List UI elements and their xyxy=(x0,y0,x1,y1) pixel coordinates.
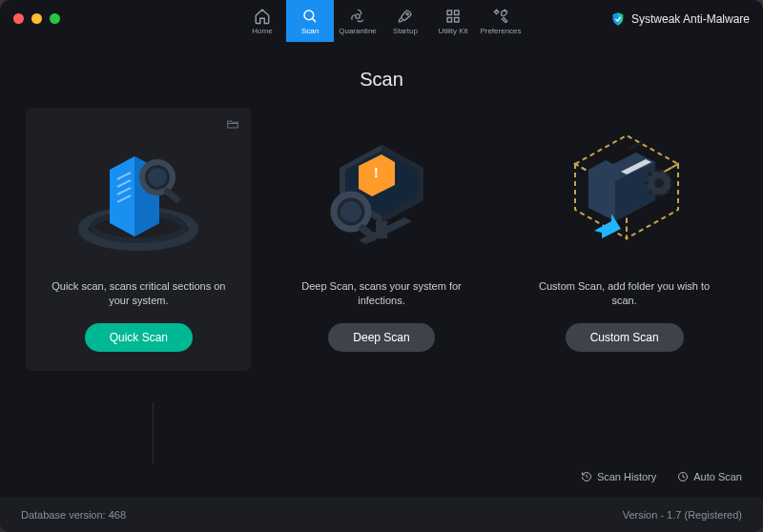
svg-point-2 xyxy=(356,13,361,18)
nav-home[interactable]: Home xyxy=(238,0,286,42)
folder-icon xyxy=(226,117,239,134)
custom-scan-card: DOC xyxy=(512,108,737,371)
page-title: Scan xyxy=(0,69,763,91)
svg-line-29 xyxy=(649,173,651,175)
clock-icon xyxy=(677,471,689,482)
quick-scan-desc: Quick scan, scans critical sections on y… xyxy=(35,279,241,310)
quick-scan-card: Quick scan, scans critical sections on y… xyxy=(26,108,251,371)
grid-icon xyxy=(444,8,462,25)
nav-label: Quarantine xyxy=(339,27,377,35)
nav-utility[interactable]: Utility Kit xyxy=(429,0,477,42)
scan-history-link[interactable]: Scan History xyxy=(581,471,656,482)
custom-scan-art: DOC xyxy=(544,119,706,272)
svg-rect-5 xyxy=(455,10,460,15)
deep-scan-art: ! xyxy=(300,119,463,272)
nav-startup[interactable]: Startup xyxy=(382,0,429,42)
svg-point-24 xyxy=(654,178,664,188)
nav-label: Preferences xyxy=(480,27,521,35)
custom-scan-desc: Custom Scan, add folder you wish to scan… xyxy=(522,279,728,310)
auto-scan-link[interactable]: Auto Scan xyxy=(677,471,742,482)
svg-line-30 xyxy=(667,191,670,194)
brand-name: Systweak Anti-Malware xyxy=(631,12,750,26)
maximize-button[interactable] xyxy=(50,13,60,24)
svg-line-31 xyxy=(667,173,670,175)
deep-scan-button[interactable]: Deep Scan xyxy=(328,323,434,352)
text-cursor xyxy=(153,402,154,463)
svg-line-32 xyxy=(649,191,651,194)
nav-preferences[interactable]: Preferences xyxy=(477,0,525,42)
svg-point-20 xyxy=(340,201,361,222)
home-icon xyxy=(254,8,271,25)
svg-line-1 xyxy=(312,18,316,22)
svg-point-15 xyxy=(148,168,167,187)
rocket-icon xyxy=(397,8,414,25)
scan-cards: Quick scan, scans critical sections on y… xyxy=(0,108,763,371)
search-icon xyxy=(301,8,319,25)
quick-scan-button[interactable]: Quick Scan xyxy=(85,323,193,352)
svg-rect-4 xyxy=(447,10,452,15)
custom-scan-button[interactable]: Custom Scan xyxy=(566,323,684,352)
brand: Systweak Anti-Malware xyxy=(610,11,750,27)
svg-rect-6 xyxy=(447,17,452,22)
nav-label: Scan xyxy=(301,27,319,35)
nav-scan[interactable]: Scan xyxy=(286,0,334,42)
window-controls xyxy=(13,13,60,24)
titlebar: Home Scan Quarantine Startup Utility Kit… xyxy=(0,0,763,42)
auto-scan-label: Auto Scan xyxy=(693,471,742,482)
statusbar: Database version: 468 Version - 1.7 (Reg… xyxy=(0,498,763,532)
database-version: Database version: 468 xyxy=(21,509,126,521)
main-toolbar: Home Scan Quarantine Startup Utility Kit… xyxy=(238,0,525,42)
deep-scan-desc: Deep Scan, scans your system for infecti… xyxy=(278,279,485,310)
svg-point-0 xyxy=(304,10,314,20)
nav-label: Startup xyxy=(393,27,418,35)
nav-label: Home xyxy=(252,27,272,35)
shield-icon xyxy=(610,11,626,27)
footer-links: Scan History Auto Scan xyxy=(581,471,742,482)
close-button[interactable] xyxy=(13,13,24,24)
tools-icon xyxy=(492,8,509,25)
history-icon xyxy=(581,471,592,482)
app-version: Version - 1.7 (Registered) xyxy=(623,509,742,521)
scan-history-label: Scan History xyxy=(597,471,656,482)
quick-scan-art xyxy=(57,119,219,272)
svg-rect-16 xyxy=(163,187,182,204)
svg-point-3 xyxy=(406,12,408,14)
nav-quarantine[interactable]: Quarantine xyxy=(334,0,382,42)
nav-label: Utility Kit xyxy=(438,27,467,35)
app-window: Home Scan Quarantine Startup Utility Kit… xyxy=(0,0,763,532)
svg-rect-7 xyxy=(455,17,460,22)
biohazard-icon xyxy=(349,8,366,25)
deep-scan-card: ! Deep Scan, scans your system for infec… xyxy=(269,108,494,371)
minimize-button[interactable] xyxy=(31,13,42,24)
svg-text:!: ! xyxy=(374,165,379,180)
